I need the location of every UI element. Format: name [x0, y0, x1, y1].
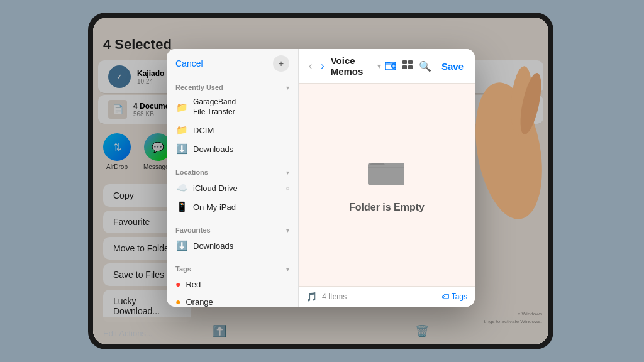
svg-rect-2: [402, 60, 407, 64]
favourites-header: Favourites ▾: [167, 224, 298, 236]
cloud-icon: ☁️: [175, 182, 188, 194]
sidebar-item-on-my-ipad[interactable]: 📱 On My iPad: [167, 197, 298, 216]
files-sidebar: Cancel + Recently Used ▾ 📁 Gar: [167, 49, 299, 307]
music-icon: 🎵: [306, 292, 317, 302]
svg-rect-5: [408, 65, 413, 69]
locations-chevron[interactable]: ▾: [286, 169, 289, 176]
right-panel-footer: 🎵 4 Items 🏷 Tags: [299, 286, 475, 307]
files-dialog: Cancel + Recently Used ▾ 📁 Gar: [167, 49, 475, 307]
empty-folder-state: Folder is Empty: [299, 84, 475, 286]
sidebar-item-red[interactable]: ● Red: [167, 275, 298, 293]
modal-overlay: Cancel + Recently Used ▾ 📁 Gar: [93, 18, 548, 344]
folder-icon: 📁: [175, 102, 188, 113]
save-button[interactable]: Save: [438, 60, 467, 73]
svg-rect-3: [408, 60, 413, 64]
sidebar-item-dcim[interactable]: 📁 DCIM: [167, 121, 298, 140]
right-panel-header: ‹ › Voice Memos ▾: [299, 49, 475, 84]
nav-back-button[interactable]: ‹: [306, 60, 314, 72]
search-icon[interactable]: 🔍: [419, 60, 431, 72]
empty-folder-text: Folder is Empty: [349, 202, 425, 213]
favourites-chevron[interactable]: ▾: [286, 227, 289, 234]
svg-rect-6: [368, 163, 404, 185]
folder-icon-dcim: 📁: [175, 124, 188, 136]
download-icon-recent: ⬇️: [175, 143, 188, 155]
windows-watermark: e Windows tings to activate Windows.: [484, 310, 542, 326]
favourites-section: Favourites ▾ ⬇️ Downloads: [167, 220, 298, 256]
download-icon-fav: ⬇️: [175, 240, 188, 251]
ipad-screen: 11:21 Thu 18 Jul 📶 🔋 58% 4 Selected ✓ Ka…: [93, 18, 548, 344]
tags-button[interactable]: 🏷 Tags: [441, 292, 467, 301]
sidebar-item-downloads-recent[interactable]: ⬇️ Downloads: [167, 140, 298, 158]
sidebar-item-downloads-fav[interactable]: ⬇️ Downloads: [167, 236, 298, 255]
tag-icon: 🏷: [441, 292, 449, 301]
empty-folder-icon: [368, 156, 406, 195]
recently-used-section: Recently Used ▾ 📁 GarageBandFile Transfe…: [167, 77, 298, 160]
sidebar-item-icloud[interactable]: ☁️ iCloud Drive ○: [167, 178, 298, 197]
svg-rect-4: [402, 65, 407, 69]
sidebar-cancel-button[interactable]: Cancel: [175, 58, 203, 69]
breadcrumb-chevron: ▾: [377, 62, 381, 70]
sidebar-item-orange[interactable]: ● Orange: [167, 293, 298, 307]
orange-tag-icon: ●: [175, 297, 180, 307]
recently-used-title: Recently Used: [175, 84, 223, 91]
new-folder-icon[interactable]: [385, 60, 396, 72]
locations-section: Locations ▾ ☁️ iCloud Drive ○ 📱 On My iP…: [167, 162, 298, 217]
files-right-panel: ‹ › Voice Memos ▾: [299, 49, 475, 307]
cloud-loading-indicator: ○: [286, 185, 289, 192]
locations-title: Locations: [175, 168, 208, 176]
red-tag-icon: ●: [175, 279, 180, 289]
sidebar-item-garageband[interactable]: 📁 GarageBandFile Transfer: [167, 94, 298, 121]
tags-header: Tags ▾: [167, 263, 298, 275]
tags-title: Tags: [175, 265, 191, 273]
tags-chevron[interactable]: ▾: [286, 266, 289, 273]
locations-header: Locations ▾: [167, 166, 298, 178]
nav-forward-button[interactable]: ›: [318, 60, 326, 72]
ipad-frame: 11:21 Thu 18 Jul 📶 🔋 58% 4 Selected ✓ Ka…: [88, 13, 553, 349]
favourites-title: Favourites: [175, 226, 211, 234]
sidebar-header: Cancel +: [167, 49, 298, 77]
ipad-device-icon: 📱: [175, 201, 188, 212]
grid-view-icon[interactable]: [402, 60, 413, 72]
recently-used-chevron[interactable]: ▾: [286, 84, 289, 91]
sidebar-add-button[interactable]: +: [273, 55, 289, 72]
tags-section: Tags ▾ ● Red ● Orange: [167, 259, 298, 307]
breadcrumb-title: Voice Memos ▾: [331, 55, 381, 77]
header-actions: 🔍 Save: [385, 60, 467, 73]
recently-used-header: Recently Used ▾: [167, 81, 298, 94]
items-count: 4 Items: [322, 292, 347, 301]
